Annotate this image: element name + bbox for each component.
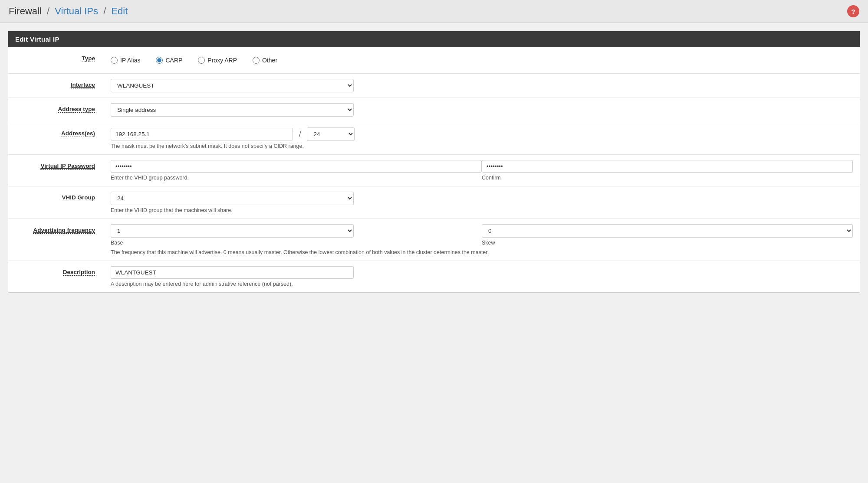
confirm-label: Confirm	[482, 175, 853, 181]
type-options: IP Alias CARP Proxy ARP Other	[111, 52, 853, 68]
card-header: Edit Virtual IP	[8, 31, 860, 47]
type-ipalias[interactable]: IP Alias	[111, 57, 140, 64]
adv-skew-select[interactable]: 0 1 2 5 10 20 50 100	[482, 224, 853, 238]
type-ipalias-radio[interactable]	[111, 57, 118, 64]
vip-password-label-cell: Virtual IP Password	[8, 155, 104, 186]
description-label-cell: Description	[8, 261, 104, 293]
address-input[interactable]	[111, 128, 293, 140]
vip-password-content-cell: Enter the VHID group password. Confirm	[104, 155, 860, 186]
type-carp[interactable]: CARP	[156, 57, 182, 64]
interface-row: Interface WLANGUEST LAN WAN OPT1	[8, 74, 860, 98]
adv-freq-desc: The frequency that this machine will adv…	[111, 249, 853, 255]
password-help-text: Enter the VHID group password.	[111, 175, 482, 181]
adv-freq-label: Advertising frequency	[33, 227, 95, 234]
address-help-text: The mask must be the network's subnet ma…	[111, 143, 853, 149]
type-row: Type IP Alias CARP	[8, 47, 860, 74]
page-wrapper: Firewall / Virtual IPs / Edit ? Edit Vir…	[0, 0, 868, 483]
type-content-cell: IP Alias CARP Proxy ARP Other	[104, 47, 860, 74]
edit-virtual-ip-card: Edit Virtual IP Type IP Alias CARP	[8, 31, 860, 293]
type-carp-radio[interactable]	[156, 57, 163, 64]
address-type-label: Address type	[58, 106, 95, 113]
password-left: Enter the VHID group password.	[111, 160, 482, 181]
vhid-group-select[interactable]: 1 2 10 20 24 25	[111, 192, 354, 205]
breadcrumb-edit[interactable]: Edit	[111, 6, 128, 16]
type-proxyarp-label: Proxy ARP	[207, 57, 237, 64]
breadcrumb-firewall: Firewall	[9, 6, 42, 16]
description-row: Description A description may be entered…	[8, 261, 860, 293]
adv-freq-label-cell: Advertising frequency	[8, 219, 104, 261]
cidr-separator: /	[293, 131, 307, 138]
vhid-group-label: VHID Group	[62, 194, 95, 201]
vhid-group-content-cell: 1 2 10 20 24 25 Enter the VHID group tha…	[104, 186, 860, 219]
breadcrumb-sep1: /	[47, 6, 49, 16]
adv-freq-row: Advertising frequency 1 2 3 4 5 Ba	[8, 219, 860, 261]
addresses-label-cell: Address(es)	[8, 122, 104, 155]
adv-freq-content-cell: 1 2 3 4 5 Base 0 1	[104, 219, 860, 261]
vhid-help-text: Enter the VHID group that the machines w…	[111, 207, 853, 213]
address-type-row: Address type Single address Network	[8, 98, 860, 122]
adv-base-group: 1 2 3 4 5 Base	[111, 224, 482, 246]
breadcrumb-bar: Firewall / Virtual IPs / Edit ?	[0, 0, 868, 23]
breadcrumb-sep2: /	[103, 6, 106, 16]
password-input[interactable]	[111, 160, 482, 173]
vhid-group-label-cell: VHID Group	[8, 186, 104, 219]
type-other-radio[interactable]	[253, 57, 260, 64]
address-type-content-cell: Single address Network	[104, 98, 860, 122]
addresses-label: Address(es)	[61, 130, 95, 137]
interface-label-cell: Interface	[8, 74, 104, 98]
description-content-cell: A description may be entered here for ad…	[104, 261, 860, 293]
type-proxyarp[interactable]: Proxy ARP	[198, 57, 237, 64]
adv-base-select[interactable]: 1 2 3 4 5	[111, 224, 354, 238]
form-table: Type IP Alias CARP	[8, 47, 860, 292]
type-label: Type	[82, 55, 95, 62]
vhid-group-row: VHID Group 1 2 10 20 24 25 Enter the VHI…	[8, 186, 860, 219]
type-other[interactable]: Other	[253, 57, 277, 64]
adv-base-label: Base	[111, 240, 482, 246]
breadcrumb-virtual-ips[interactable]: Virtual IPs	[55, 6, 98, 16]
type-carp-label: CARP	[165, 57, 182, 64]
password-confirm-input[interactable]	[482, 160, 853, 173]
type-other-label: Other	[262, 57, 277, 64]
vip-password-row: Virtual IP Password Enter the VHID group…	[8, 155, 860, 186]
interface-content-cell: WLANGUEST LAN WAN OPT1	[104, 74, 860, 98]
adv-skew-label: Skew	[482, 240, 853, 246]
description-input[interactable]	[111, 266, 354, 279]
password-right: Confirm	[482, 160, 853, 181]
adv-skew-group: 0 1 2 5 10 20 50 100 Skew	[482, 224, 853, 246]
type-ipalias-label: IP Alias	[120, 57, 140, 64]
type-proxyarp-radio[interactable]	[198, 57, 205, 64]
addresses-content-cell: / 8 16 24 25 26 27 28 29 30 32	[104, 122, 860, 155]
breadcrumb: Firewall / Virtual IPs / Edit	[9, 6, 128, 17]
description-label: Description	[63, 269, 95, 276]
vip-password-label: Virtual IP Password	[40, 163, 95, 170]
password-row: Enter the VHID group password. Confirm	[111, 160, 853, 181]
interface-label: Interface	[71, 82, 95, 88]
addresses-row: Address(es) / 8 16 24 25 26 27 28	[8, 122, 860, 155]
address-type-select[interactable]: Single address Network	[111, 103, 354, 117]
cidr-select[interactable]: 8 16 24 25 26 27 28 29 30 32	[307, 127, 355, 141]
address-type-label-cell: Address type	[8, 98, 104, 122]
interface-select[interactable]: WLANGUEST LAN WAN OPT1	[111, 79, 354, 92]
address-row: / 8 16 24 25 26 27 28 29 30 32	[111, 127, 853, 141]
adv-freq-inputs: 1 2 3 4 5 Base 0 1	[111, 224, 853, 246]
description-help-text: A description may be entered here for ad…	[111, 281, 853, 287]
type-label-cell: Type	[8, 47, 104, 74]
help-icon[interactable]: ?	[847, 5, 859, 17]
